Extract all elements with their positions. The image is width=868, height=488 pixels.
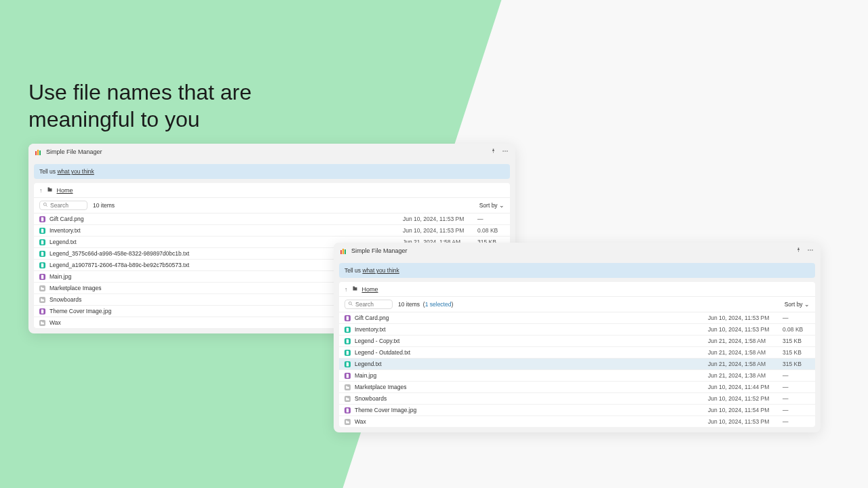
file-date: Jun 21, 2024, 1:58 AM [708,338,783,344]
file-icon [344,327,351,333]
more-icon[interactable] [807,247,814,255]
feedback-banner: Tell us what you think [339,263,815,278]
file-name: Inventory.txt [355,326,708,333]
panel-title: Simple File Manager [46,148,102,155]
file-name: Main.jpg [355,372,708,379]
svg-point-3 [43,203,46,205]
breadcrumb: ↑ Home [34,183,510,198]
folder-icon [39,285,45,291]
search-input[interactable] [50,202,84,209]
file-icon [39,308,45,314]
svg-point-0 [502,150,504,152]
file-name: Gift Card.png [50,216,403,222]
file-name: Inventory.txt [50,227,403,234]
file-row[interactable]: Marketplace ImagesJun 10, 2024, 11:44 PM… [339,382,815,393]
chevron-down-icon: ⌄ [804,301,810,308]
search-field[interactable] [344,300,393,309]
file-date: Jun 21, 2024, 1:58 AM [708,361,783,367]
file-size: — [783,395,810,402]
banner-prefix: Tell us [39,168,57,175]
file-date: Jun 10, 2024, 11:52 PM [708,395,783,402]
folder-icon [39,320,45,326]
file-name: Marketplace Images [355,384,708,390]
toolbar: 10 items Sort by ⌄ [34,198,510,214]
banner-prefix: Tell us [344,267,362,274]
file-name: Legend.txt [355,361,708,367]
file-icon [344,315,351,321]
file-size: 315 KB [783,361,810,367]
search-icon [348,301,353,308]
feedback-link[interactable]: what you think [57,168,94,175]
file-name: Legend - Outdated.txt [355,349,708,356]
file-row[interactable]: Legend - Copy.txtJun 21, 2024, 1:58 AM31… [339,336,815,347]
feedback-link[interactable]: what you think [362,267,399,274]
file-date: Jun 10, 2024, 11:53 PM [403,227,477,234]
file-row[interactable]: Main.jpgJun 21, 2024, 1:38 AM— [339,370,815,382]
up-arrow-icon[interactable]: ↑ [344,286,348,293]
file-size: 315 KB [783,338,810,344]
file-row[interactable]: Inventory.txtJun 10, 2024, 11:53 PM0.08 … [339,324,815,336]
file-name: Wax [355,418,708,425]
search-input[interactable] [355,301,389,308]
file-date: Jun 21, 2024, 1:38 AM [708,372,783,379]
selected-count: 1 selected [425,301,452,308]
file-size: — [783,418,810,425]
folder-icon [47,186,53,194]
file-row[interactable]: Legend - Outdated.txtJun 21, 2024, 1:58 … [339,347,815,359]
file-icon [344,350,351,356]
file-size: 0.08 KB [477,227,505,234]
file-date: Jun 10, 2024, 11:53 PM [708,418,783,425]
file-name: Theme Cover Image.jpg [355,407,708,413]
svg-point-7 [349,302,351,304]
file-size: — [783,314,810,321]
file-size: — [783,372,810,379]
app-logo-icon [340,247,347,254]
up-arrow-icon[interactable]: ↑ [39,187,43,194]
file-manager-panel-2: Simple File Manager Tell us what you thi… [334,243,821,432]
file-icon [39,251,45,257]
file-size: 0.08 KB [783,326,810,333]
file-icon [39,274,45,280]
file-date: Jun 10, 2024, 11:44 PM [708,384,783,390]
file-row[interactable]: WaxJun 10, 2024, 11:53 PM— [339,416,815,427]
file-date: Jun 10, 2024, 11:53 PM [403,216,477,222]
search-icon [43,202,48,209]
file-row[interactable]: SnowboardsJun 10, 2024, 11:52 PM— [339,393,815,405]
item-count: 10 items [93,202,115,209]
file-row[interactable]: Gift Card.pngJun 10, 2024, 11:53 PM— [339,312,815,324]
file-icon [39,239,45,245]
file-icon [39,216,45,222]
panel-title: Simple File Manager [351,247,408,254]
folder-icon [39,297,45,303]
svg-point-1 [505,150,506,152]
svg-point-6 [812,249,813,251]
file-row[interactable]: Theme Cover Image.jpgJun 10, 2024, 11:54… [339,405,815,416]
search-field[interactable] [39,201,87,210]
file-icon [39,228,45,234]
sort-by-button[interactable]: Sort by ⌄ [785,301,810,308]
file-name: Legend - Copy.txt [355,338,708,344]
file-icon [344,361,351,367]
breadcrumb: ↑ Home [339,282,815,297]
more-icon[interactable] [502,148,509,156]
item-count: 10 items (1 selected) [398,301,453,308]
chevron-down-icon: ⌄ [499,202,505,209]
file-row[interactable]: Inventory.txtJun 10, 2024, 11:53 PM0.08 … [34,225,510,237]
file-row[interactable]: Legend.txtJun 21, 2024, 1:58 AM315 KB [339,359,815,370]
pin-icon[interactable] [795,247,802,255]
pin-icon[interactable] [490,148,496,156]
file-date: Jun 10, 2024, 11:53 PM [708,314,783,321]
file-size: — [477,216,505,222]
breadcrumb-home[interactable]: Home [362,286,378,293]
file-name: Gift Card.png [355,314,708,321]
panel-header: Simple File Manager [334,243,821,259]
folder-icon [344,396,351,402]
file-row[interactable]: Gift Card.pngJun 10, 2024, 11:53 PM— [34,214,510,225]
file-name: Snowboards [355,395,708,402]
breadcrumb-home[interactable]: Home [57,187,73,194]
file-icon [344,338,351,344]
file-icon [39,262,45,268]
file-size: 315 KB [783,349,810,356]
panel-header: Simple File Manager [28,144,515,160]
sort-by-button[interactable]: Sort by ⌄ [479,202,505,209]
